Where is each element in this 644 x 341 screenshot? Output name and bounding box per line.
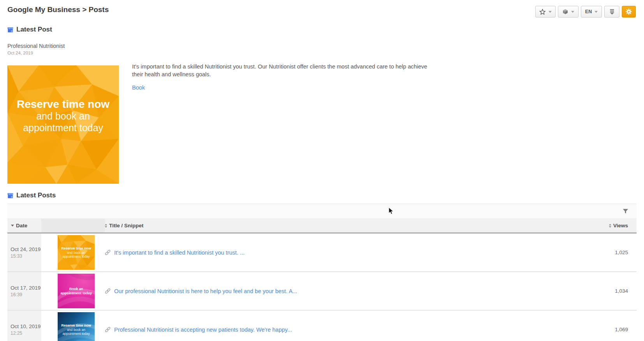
- thumb-line: Reserve time now: [58, 323, 95, 328]
- image-text-line: and book an: [7, 110, 119, 122]
- title-cell: Our professional Nutritionist is here to…: [105, 272, 559, 310]
- thumbnail-cell: Reserve time now and book an appointment…: [41, 311, 105, 341]
- thumb-line: Reserve time now: [58, 246, 95, 251]
- table-filter-bar: [7, 204, 637, 219]
- row-date: Oct 24, 2019: [11, 246, 41, 252]
- views-cell: 1,034: [559, 272, 637, 310]
- thumbnail-text: Book an appointment today: [58, 274, 95, 308]
- language-button[interactable]: EN: [581, 6, 602, 18]
- gear-icon: [625, 8, 632, 15]
- post-thumbnail: Reserve time now and book an appointment…: [58, 312, 95, 341]
- image-text-line: appointment today: [7, 122, 119, 134]
- language-label: EN: [585, 9, 592, 14]
- book-link[interactable]: Book: [132, 84, 145, 91]
- favorite-button[interactable]: [535, 6, 556, 18]
- link-icon: [105, 327, 111, 332]
- column-label: Views: [613, 223, 628, 229]
- section-title: Latest Posts: [16, 192, 56, 199]
- toolbar: EN: [535, 6, 636, 18]
- views-cell: 1,069: [559, 311, 637, 341]
- post-thumbnail: Reserve time now and book an appointment…: [58, 235, 95, 270]
- thumbnail-cell: Book an appointment today: [41, 272, 105, 310]
- mouse-cursor-icon: [388, 207, 394, 216]
- post-thumbnail: Book an appointment today: [58, 274, 95, 308]
- filter-icon[interactable]: [623, 209, 628, 214]
- post-body-line: their health and wellness goals.: [132, 71, 427, 79]
- thumb-line: appointment today: [58, 332, 95, 336]
- section-title: Latest Post: [16, 26, 52, 33]
- download-button[interactable]: [604, 6, 619, 18]
- latest-posts-section-header: Latest Posts: [7, 192, 56, 199]
- post-title-link[interactable]: It's important to find a skilled Nutriti…: [114, 250, 245, 256]
- image-text-line: Reserve time now: [7, 98, 119, 110]
- column-header-date[interactable]: Date: [7, 219, 41, 232]
- sort-desc-icon: [11, 225, 14, 227]
- post-body: It's important to find a skilled Nutriti…: [132, 63, 427, 78]
- table-header-row: Date Title / Snippet Views: [7, 219, 637, 234]
- date-cell: Oct 17, 2019 16:39: [7, 272, 41, 310]
- chevron-down-icon: [549, 11, 552, 13]
- column-header-thumbnail[interactable]: [41, 219, 105, 232]
- row-date: Oct 10, 2019: [11, 323, 41, 329]
- chevron-down-icon: [595, 11, 598, 13]
- table-row: Oct 17, 2019 16:39 Book an appointment t…: [7, 272, 637, 311]
- settings-button[interactable]: [622, 6, 636, 18]
- thumbnail-text: Reserve time now and book an appointment…: [58, 235, 95, 270]
- date-cell: Oct 24, 2019 15:33: [7, 234, 41, 271]
- column-label: Date: [16, 223, 27, 229]
- row-time: 12:25: [11, 330, 22, 336]
- sort-both-icon: [105, 224, 107, 228]
- post-image: Reserve time now and book an appointment…: [7, 65, 119, 184]
- sort-both-icon: [609, 224, 611, 228]
- link-icon: [105, 250, 111, 255]
- title-cell: It's important to find a skilled Nutriti…: [105, 234, 559, 271]
- title-cell: Professional Nutritionist is accepting n…: [105, 311, 559, 341]
- thumbnail-text: Reserve time now and book an appointment…: [58, 312, 95, 341]
- thumb-line: and book an: [58, 328, 95, 332]
- posts-table: Date Title / Snippet Views Oct 24, 2019 …: [7, 204, 637, 341]
- post-title: Professional Nutritionist: [7, 43, 65, 49]
- table-row: Oct 10, 2019 12:25 Reserve time now and …: [7, 311, 637, 341]
- link-icon: [105, 288, 111, 294]
- column-header-title[interactable]: Title / Snippet: [105, 219, 559, 232]
- post-body-line: It's important to find a skilled Nutriti…: [132, 63, 427, 71]
- download-icon: [609, 9, 616, 15]
- page-title: Google My Business > Posts: [7, 5, 109, 14]
- row-date: Oct 17, 2019: [11, 285, 41, 291]
- column-header-views[interactable]: Views: [559, 219, 637, 232]
- google-my-business-icon: [7, 192, 14, 199]
- chevron-down-icon: [571, 11, 574, 13]
- cube-icon: [562, 9, 568, 15]
- post-title-link[interactable]: Our professional Nutritionist is here to…: [114, 288, 297, 294]
- star-icon: [539, 9, 546, 15]
- post-title-link[interactable]: Professional Nutritionist is accepting n…: [114, 327, 292, 333]
- google-my-business-icon: [7, 26, 14, 33]
- latest-post-section-header: Latest Post: [7, 26, 52, 33]
- row-time: 15:33: [11, 253, 22, 259]
- date-cell: Oct 10, 2019 12:25: [7, 311, 41, 341]
- row-time: 16:39: [11, 292, 22, 297]
- views-cell: 1,025: [559, 234, 637, 271]
- column-label: Title / Snippet: [109, 223, 143, 229]
- thumb-line: and book an: [58, 251, 95, 255]
- thumb-line: Book an: [58, 287, 95, 291]
- table-row: Oct 24, 2019 15:33: [7, 234, 637, 272]
- widgets-button[interactable]: [558, 6, 579, 18]
- post-image-text: Reserve time now and book an appointment…: [7, 65, 119, 184]
- post-date: Oct 24, 2019: [7, 51, 33, 55]
- thumb-line: appointment today: [58, 255, 95, 258]
- thumb-line: appointment today: [58, 291, 95, 295]
- thumbnail-cell: Reserve time now and book an appointment…: [41, 234, 105, 271]
